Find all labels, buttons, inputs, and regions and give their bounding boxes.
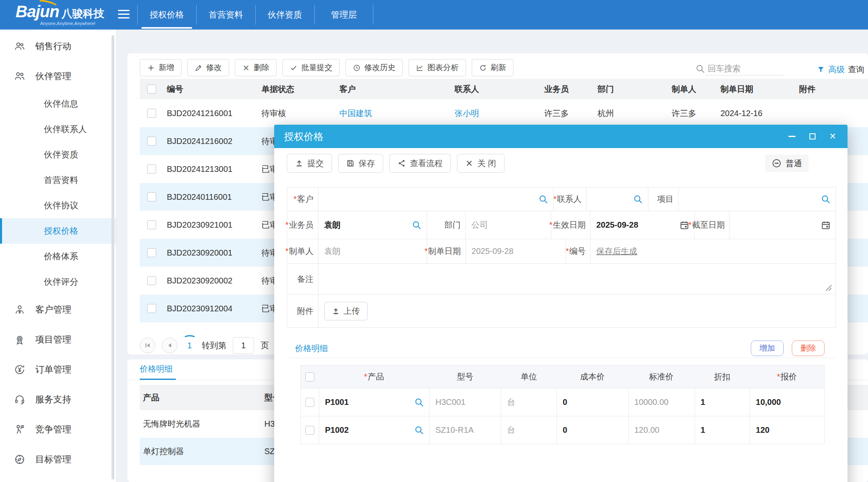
row-checkbox[interactable]	[305, 398, 314, 407]
refresh-button[interactable]: 刷新	[472, 59, 514, 76]
close-icon[interactable]: ×	[828, 132, 838, 142]
row-checkbox[interactable]	[147, 109, 156, 118]
row-checkbox[interactable]	[147, 276, 156, 285]
row-checkbox[interactable]	[147, 137, 156, 146]
effective-date-field[interactable]: 2025-09-28	[590, 211, 695, 239]
upload-button[interactable]: 上传	[324, 302, 368, 320]
nav-tab-first-camp-data[interactable]: 首营资料	[196, 0, 255, 30]
button-label: 图表分析	[427, 62, 459, 73]
cell-quote[interactable]: 120	[750, 416, 824, 444]
sidebar-subitem-partner-contacts[interactable]: 伙伴联系人	[0, 117, 116, 142]
select-all-checkbox[interactable]	[147, 85, 156, 94]
detail-header-row: *产品 型号 单位 成本价 标准价 折扣 *报价	[301, 365, 824, 388]
row-checkbox[interactable]	[147, 164, 156, 174]
row-checkbox[interactable]	[147, 248, 156, 257]
search-input[interactable]	[705, 62, 783, 75]
add-button[interactable]: 新增	[140, 59, 182, 76]
cell-date: 2024-12-16	[717, 99, 796, 127]
goto-page-input[interactable]	[233, 337, 254, 354]
detail-select-all-checkbox[interactable]	[305, 372, 314, 381]
nav-tab-authorized-price[interactable]: 授权价格	[137, 0, 196, 30]
row-checkbox[interactable]	[147, 220, 156, 229]
cell-std-price: 120.00	[628, 416, 695, 444]
remark-field[interactable]	[318, 264, 836, 294]
sidebar-item-project-management[interactable]: 项目管理	[0, 324, 116, 354]
first-page-button[interactable]	[140, 338, 155, 353]
tab-price-detail[interactable]: 价格明细	[140, 363, 173, 379]
sidebar-subitem-authorized-price[interactable]: 授权价格	[0, 218, 116, 244]
sidebar-subitem-partner-info[interactable]: 伙伴信息	[0, 91, 116, 117]
upload-icon	[332, 307, 340, 315]
expire-date-field[interactable]	[729, 211, 836, 239]
chart-analysis-button[interactable]: 图表分析	[409, 59, 466, 76]
priority-selector[interactable]: 普通	[765, 155, 809, 172]
sidebar-item-partner-management[interactable]: 伙伴管理	[0, 61, 116, 91]
row-checkbox[interactable]	[147, 192, 156, 201]
submit-button[interactable]: 提交	[287, 154, 332, 173]
sidebar-item-competition-management[interactable]: 竞争管理	[0, 414, 116, 444]
calendar-icon[interactable]	[821, 220, 831, 230]
cell-product[interactable]: P1002	[319, 416, 429, 444]
query-link[interactable]: 查询	[848, 64, 864, 75]
batch-submit-button[interactable]: 批量提交	[282, 59, 340, 76]
customer-link[interactable]: 中国建筑	[339, 108, 372, 119]
minimize-icon[interactable]	[787, 132, 797, 142]
sidebar-subitem-partner-agreement[interactable]: 伙伴协议	[0, 193, 116, 218]
sidebar-subitem-partner-rating[interactable]: 伙伴评分	[0, 269, 116, 295]
detail-row[interactable]: P1002 SZ10-R1A 台 0 120.00 1 120	[301, 416, 824, 444]
cell-cost[interactable]: 0	[557, 388, 628, 416]
search-box	[695, 62, 783, 75]
edit-history-button[interactable]: 修改历史	[345, 59, 403, 76]
sidebar-item-sales-action[interactable]: 销售行动	[0, 31, 116, 61]
salesman-field[interactable]: 袁朗	[318, 211, 427, 239]
resize-handle-icon[interactable]	[825, 284, 832, 292]
search-icon[interactable]	[633, 194, 643, 204]
cell-cost[interactable]: 0	[557, 416, 628, 444]
save-button[interactable]: 保存	[338, 154, 383, 173]
row-checkbox[interactable]	[305, 426, 314, 435]
current-page-arc	[183, 335, 196, 342]
sidebar-item-service-support[interactable]: 服务支持	[0, 384, 116, 414]
current-page[interactable]: 1	[184, 341, 195, 350]
row-checkbox[interactable]	[147, 304, 156, 313]
close-button[interactable]: 关 闭	[457, 154, 504, 173]
detail-delete-button[interactable]: 删除	[792, 340, 825, 356]
menu-hamburger-icon[interactable]	[118, 10, 130, 21]
search-icon[interactable]	[412, 220, 422, 230]
detail-row[interactable]: P1001 H3C001 台 0 10000.00 1 10,000	[301, 388, 824, 416]
sidebar-item-order-management[interactable]: 订单管理	[0, 354, 116, 384]
detail-add-button[interactable]: 增加	[751, 340, 784, 356]
edit-button[interactable]: 修改	[187, 59, 229, 76]
col-header-salesman: 业务员	[541, 79, 594, 99]
cell-discount[interactable]: 1	[695, 416, 750, 444]
cell-discount[interactable]: 1	[695, 388, 750, 416]
project-field[interactable]	[678, 187, 836, 211]
search-icon[interactable]	[539, 194, 548, 204]
share-flow-icon	[398, 159, 406, 167]
sidebar-subitem-first-camp-data[interactable]: 首营资料	[0, 167, 116, 193]
sidebar-item-target-management[interactable]: 目标管理	[0, 444, 116, 474]
prev-page-button[interactable]	[162, 338, 177, 353]
customer-field[interactable]	[318, 187, 553, 211]
contact-field[interactable]	[586, 187, 648, 211]
cell-quote[interactable]: 10,000	[750, 388, 824, 416]
contact-link[interactable]: 张小明	[454, 108, 479, 119]
sidebar-item-customer-management[interactable]: 客户管理	[0, 295, 116, 324]
maximize-icon[interactable]	[807, 132, 817, 142]
search-icon[interactable]	[414, 425, 424, 435]
search-icon[interactable]	[821, 194, 831, 204]
cell-product[interactable]: P1001	[319, 388, 429, 416]
table-row[interactable]: BJD20241216001 待审核 中国建筑 张小明 许三多 杭州 许三多 2…	[140, 99, 868, 127]
advanced-link[interactable]: 高级	[828, 64, 845, 75]
view-flow-button[interactable]: 查看流程	[389, 154, 451, 173]
nav-tab-management[interactable]: 管理层	[314, 0, 373, 30]
filter-icon[interactable]	[817, 66, 825, 74]
col-header-code: 编号	[164, 79, 258, 99]
sidebar-scrollbar[interactable]	[111, 35, 114, 480]
delete-button[interactable]: 删除	[235, 59, 277, 76]
sidebar-subitem-price-system[interactable]: 价格体系	[0, 244, 116, 269]
nav-tab-partner-qualification[interactable]: 伙伴资质	[255, 0, 314, 30]
search-icon[interactable]	[414, 397, 424, 407]
plus-icon	[147, 64, 155, 72]
sidebar-subitem-partner-qualification[interactable]: 伙伴资质	[0, 142, 116, 167]
